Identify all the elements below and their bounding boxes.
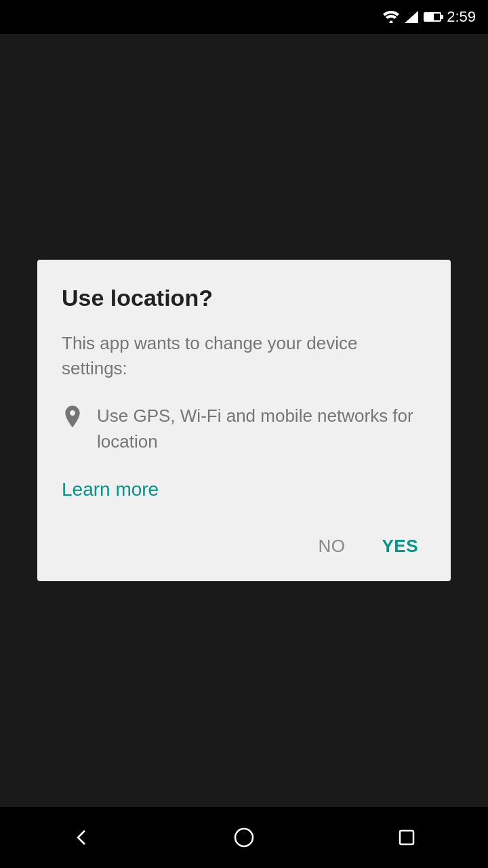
recents-square-icon: [398, 829, 415, 846]
location-pin-icon: [62, 405, 83, 432]
svg-point-0: [390, 21, 393, 24]
no-button[interactable]: NO: [310, 530, 353, 562]
svg-rect-3: [400, 831, 413, 844]
recents-button[interactable]: [390, 821, 424, 854]
back-arrow-icon: [71, 827, 92, 848]
status-time: 2:59: [447, 8, 476, 26]
status-bar: 2:59: [0, 0, 488, 34]
dialog-item: Use GPS, Wi-Fi and mobile networks for l…: [62, 403, 426, 454]
dialog: Use location? This app wants to change y…: [37, 260, 451, 582]
home-circle-icon: [234, 827, 254, 848]
wifi-icon: [383, 11, 399, 23]
learn-more-link[interactable]: Learn more: [62, 479, 159, 500]
status-icons: 2:59: [383, 8, 476, 26]
battery-icon: [424, 12, 441, 22]
signal-icon: [405, 11, 418, 23]
dialog-body: This app wants to change your device set…: [62, 331, 426, 382]
dialog-item-text: Use GPS, Wi-Fi and mobile networks for l…: [97, 403, 426, 454]
svg-marker-1: [405, 11, 418, 23]
main-area: Use location? This app wants to change y…: [0, 34, 488, 807]
home-button[interactable]: [227, 821, 261, 854]
yes-button[interactable]: YES: [373, 530, 426, 562]
dialog-buttons: NO YES: [62, 530, 426, 562]
svg-point-2: [235, 829, 253, 846]
dialog-title: Use location?: [62, 284, 426, 312]
nav-bar: [0, 807, 488, 868]
back-button[interactable]: [64, 821, 98, 854]
